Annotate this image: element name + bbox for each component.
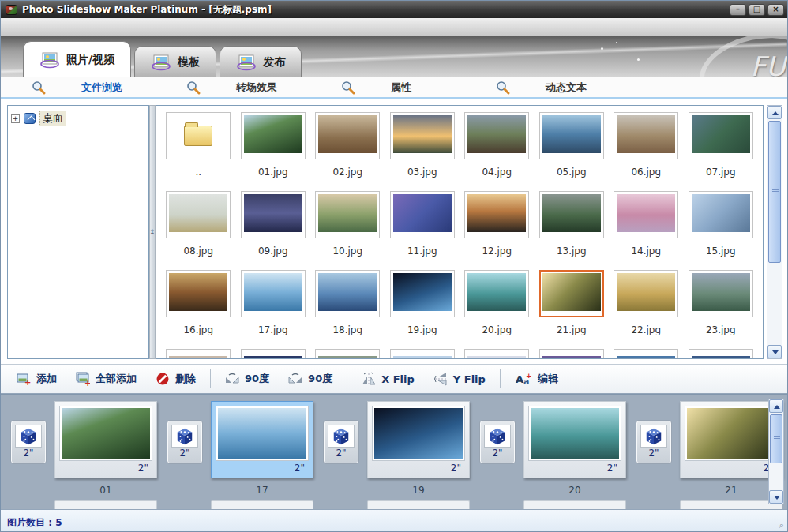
tab[interactable]: 发布 (220, 46, 302, 77)
scroll-down-icon[interactable] (767, 345, 782, 358)
transition-button[interactable]: 2" (479, 420, 516, 464)
grid-cell[interactable]: 15.jpg (684, 191, 759, 270)
thumbnail[interactable] (166, 191, 231, 238)
timeline-slide[interactable]: 2" (211, 401, 313, 478)
thumbnail[interactable] (390, 270, 455, 317)
partial-thumbnail[interactable] (539, 349, 604, 359)
thumbnail[interactable] (241, 191, 306, 238)
thumbnail[interactable] (390, 112, 455, 159)
sub-toolbar-item[interactable]: 文件浏览 (31, 80, 186, 96)
thumbnail[interactable] (689, 112, 753, 159)
timeline-slide[interactable]: 2" (680, 401, 782, 478)
maximize-button[interactable]: □ (749, 4, 765, 16)
tree-node-desktop[interactable]: + 桌面 (11, 111, 145, 126)
thumbnail[interactable] (315, 191, 380, 238)
scroll-up-icon[interactable] (769, 399, 783, 413)
tree-node-label[interactable]: 桌面 (39, 111, 66, 126)
grid-scrollbar-thumb[interactable] (768, 121, 781, 263)
grid-cell[interactable]: 22.jpg (609, 270, 684, 349)
grid-cell[interactable]: 11.jpg (385, 191, 460, 270)
grid-cell[interactable]: 06.jpg (609, 112, 684, 191)
thumbnail[interactable] (539, 112, 604, 159)
menu-item[interactable] (163, 25, 201, 28)
menu-item[interactable] (88, 25, 126, 28)
grid-cell[interactable]: 03.jpg (385, 112, 460, 191)
timeline-slide-partial[interactable] (54, 500, 157, 509)
thumbnail[interactable] (539, 270, 604, 317)
thumbnail[interactable] (464, 191, 529, 238)
timeline-scrollbar[interactable] (768, 399, 784, 504)
timeline-slide-partial[interactable] (680, 500, 782, 509)
tab[interactable]: 模板 (134, 46, 216, 77)
thumbnail[interactable] (614, 112, 678, 159)
thumbnail[interactable] (614, 191, 678, 238)
grid-scrollbar[interactable] (767, 105, 782, 359)
timeline-slide[interactable]: 2" (54, 401, 157, 478)
scroll-up-icon[interactable] (767, 106, 782, 119)
grid-cell[interactable]: 04.jpg (460, 112, 535, 191)
thumbnail[interactable] (464, 112, 529, 159)
grid-cell[interactable]: 20.jpg (460, 270, 535, 349)
grid-cell[interactable]: 13.jpg (535, 191, 610, 270)
thumbnail[interactable] (241, 270, 306, 317)
timeline-slide-partial[interactable] (211, 500, 313, 509)
panel-splitter[interactable]: ↕ (149, 105, 156, 359)
transition-button[interactable]: 2" (10, 420, 47, 464)
x-flip-button[interactable]: X Flip (352, 369, 424, 389)
timeline-slide[interactable]: 2" (523, 401, 626, 478)
scroll-down-icon[interactable] (769, 490, 783, 504)
thumbnail[interactable] (689, 270, 753, 317)
minimize-button[interactable]: – (730, 4, 746, 16)
partial-thumbnail[interactable] (166, 349, 231, 359)
timeline-slide-partial[interactable] (367, 500, 470, 509)
thumbnail[interactable] (315, 270, 380, 317)
partial-thumbnail[interactable] (390, 349, 455, 359)
thumbnail[interactable] (539, 191, 604, 238)
grid-cell[interactable]: 07.jpg (684, 112, 759, 191)
grid-cell[interactable]: 02.jpg (310, 112, 385, 191)
timeline-scrollbar-thumb[interactable] (770, 414, 782, 463)
grid-cell[interactable]: 23.jpg (684, 270, 759, 349)
partial-thumbnail[interactable] (464, 349, 529, 359)
partial-thumbnail[interactable] (241, 349, 306, 359)
grid-cell[interactable]: 14.jpg (609, 191, 684, 270)
grid-cell[interactable]: 16.jpg (161, 270, 236, 349)
menu-item[interactable] (12, 25, 50, 28)
partial-thumbnail[interactable] (614, 349, 678, 359)
grid-cell[interactable]: 01.jpg (236, 112, 311, 191)
transition-button[interactable]: 2" (323, 420, 359, 464)
partial-thumbnail[interactable] (689, 349, 753, 359)
grid-cell[interactable]: 05.jpg (535, 112, 610, 191)
menu-item[interactable] (239, 25, 277, 28)
grid-cell[interactable]: 12.jpg (460, 191, 535, 270)
close-button[interactable]: × (767, 4, 784, 16)
grid-cell[interactable]: 09.jpg (236, 191, 311, 270)
grid-cell[interactable]: 18.jpg (310, 270, 385, 349)
tab[interactable]: 照片/视频 (23, 41, 131, 77)
thumbnail[interactable] (166, 270, 231, 317)
add-all-button[interactable]: + 全部添加 (66, 369, 146, 389)
delete-button[interactable]: 删除 (146, 369, 205, 389)
y-flip-button[interactable]: Y Flip (424, 369, 495, 389)
grid-cell[interactable]: 10.jpg (310, 191, 385, 270)
menu-item[interactable] (126, 25, 163, 28)
grid-cell[interactable]: 08.jpg (161, 191, 236, 270)
thumbnail[interactable] (390, 191, 455, 238)
menu-item[interactable] (50, 25, 88, 28)
add-button[interactable]: + 添加 (7, 369, 66, 389)
timeline-slide-partial[interactable] (523, 500, 626, 509)
menu-item[interactable] (201, 25, 239, 28)
sub-toolbar-item[interactable]: 属性 (340, 80, 495, 96)
edit-button[interactable]: Aa+ 编辑 (505, 369, 568, 389)
thumbnail[interactable] (614, 270, 678, 317)
thumbnail[interactable] (464, 270, 529, 317)
grid-cell[interactable]: 17.jpg (236, 270, 311, 349)
sub-toolbar-item[interactable]: 转场效果 (186, 80, 340, 96)
tree-expander-icon[interactable]: + (11, 114, 20, 123)
thumbnail[interactable] (689, 191, 753, 238)
partial-thumbnail[interactable] (315, 349, 380, 359)
grid-cell[interactable]: 19.jpg (385, 270, 460, 349)
rotate-left-button[interactable]: 90度 (216, 369, 279, 389)
grid-cell[interactable]: 21.jpg (535, 270, 610, 349)
sub-toolbar-item[interactable]: 动态文本 (495, 80, 650, 96)
